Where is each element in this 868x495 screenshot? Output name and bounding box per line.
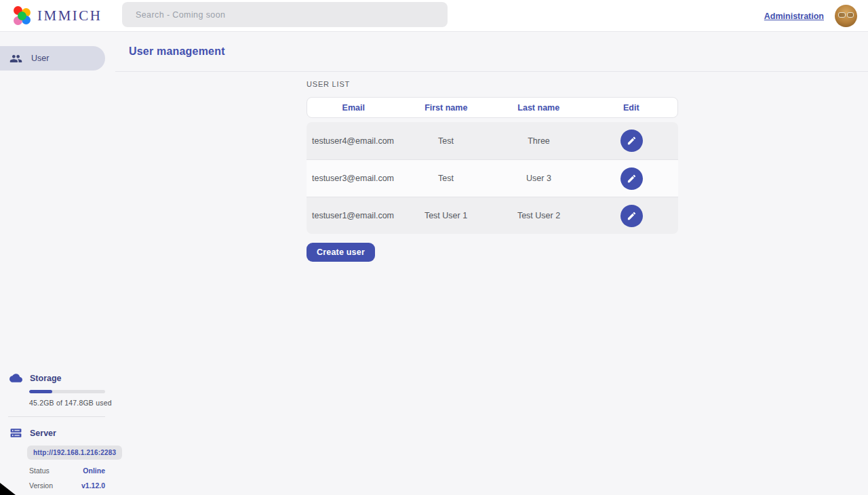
sidebar-item-user[interactable]: User bbox=[0, 46, 105, 71]
sidebar-status-panel: Storage 45.2GB of 147.8GB used Server ht… bbox=[0, 372, 115, 490]
storage-progress-fill bbox=[29, 390, 52, 393]
server-header: Server bbox=[0, 427, 115, 439]
column-header-edit: Edit bbox=[585, 103, 678, 113]
cell-first-name: Test bbox=[399, 136, 492, 146]
column-header-last-name: Last name bbox=[492, 103, 585, 113]
app-header: IMMICH Administration bbox=[0, 0, 868, 32]
cell-first-name: Test User 1 bbox=[399, 211, 492, 220]
brand[interactable]: IMMICH bbox=[12, 6, 102, 26]
user-avatar[interactable] bbox=[835, 5, 857, 27]
page-title-bar: User management bbox=[115, 32, 868, 72]
pencil-icon bbox=[627, 211, 637, 221]
administration-link[interactable]: Administration bbox=[764, 12, 824, 21]
version-value: v1.12.0 bbox=[81, 481, 105, 490]
cell-email: testuser3@email.com bbox=[307, 174, 399, 183]
cell-email: testuser1@email.com bbox=[307, 211, 399, 220]
search-bar bbox=[122, 2, 448, 27]
immich-logo-icon bbox=[12, 6, 32, 26]
edit-user-button[interactable] bbox=[620, 167, 643, 190]
storage-header: Storage bbox=[0, 372, 115, 384]
table-row: testuser4@email.com Test Three bbox=[307, 122, 678, 159]
create-user-button[interactable]: Create user bbox=[307, 243, 375, 262]
server-title: Server bbox=[30, 429, 56, 438]
mouse-cursor bbox=[0, 482, 16, 495]
storage-title: Storage bbox=[30, 374, 62, 383]
user-table-header: Email First name Last name Edit bbox=[307, 97, 678, 118]
page-title: User management bbox=[129, 45, 225, 58]
status-value: Online bbox=[83, 467, 105, 475]
storage-progress-track bbox=[29, 390, 105, 393]
main-content: USER LIST Email First name Last name Edi… bbox=[307, 72, 678, 262]
version-label: Version bbox=[29, 481, 53, 490]
pencil-icon bbox=[627, 174, 637, 184]
table-row: testuser1@email.com Test User 1 Test Use… bbox=[307, 197, 678, 234]
header-right: Administration bbox=[764, 0, 857, 32]
server-icon bbox=[9, 427, 22, 439]
edit-user-button[interactable] bbox=[620, 130, 643, 152]
status-label: Status bbox=[29, 467, 50, 475]
server-url-badge: http://192.168.1.216:2283 bbox=[27, 446, 122, 460]
user-table-body: testuser4@email.com Test Three testuser3… bbox=[307, 122, 678, 234]
edit-user-button[interactable] bbox=[620, 205, 643, 227]
people-icon bbox=[9, 52, 22, 65]
server-status-row: Status Online bbox=[29, 467, 105, 475]
table-row: testuser3@email.com Test User 3 bbox=[307, 159, 678, 197]
server-version-row: Version v1.12.0 bbox=[29, 481, 105, 490]
column-header-first-name: First name bbox=[400, 103, 493, 113]
user-list-label: USER LIST bbox=[307, 80, 678, 88]
cell-email: testuser4@email.com bbox=[307, 136, 399, 146]
cell-last-name: User 3 bbox=[492, 174, 585, 183]
cell-first-name: Test bbox=[399, 174, 492, 183]
cell-last-name: Test User 2 bbox=[492, 211, 585, 220]
search-input[interactable] bbox=[122, 2, 448, 27]
sidebar-item-label: User bbox=[31, 54, 49, 63]
sidebar-divider bbox=[8, 416, 105, 417]
logo-petal-green bbox=[18, 12, 26, 20]
cell-last-name: Three bbox=[492, 136, 585, 146]
column-header-email: Email bbox=[307, 103, 400, 113]
brand-name: IMMICH bbox=[37, 7, 102, 24]
avatar-glasses bbox=[838, 12, 854, 18]
pencil-icon bbox=[627, 136, 637, 146]
cloud-icon bbox=[9, 372, 22, 384]
storage-usage-text: 45.2GB of 147.8GB used bbox=[29, 399, 115, 407]
